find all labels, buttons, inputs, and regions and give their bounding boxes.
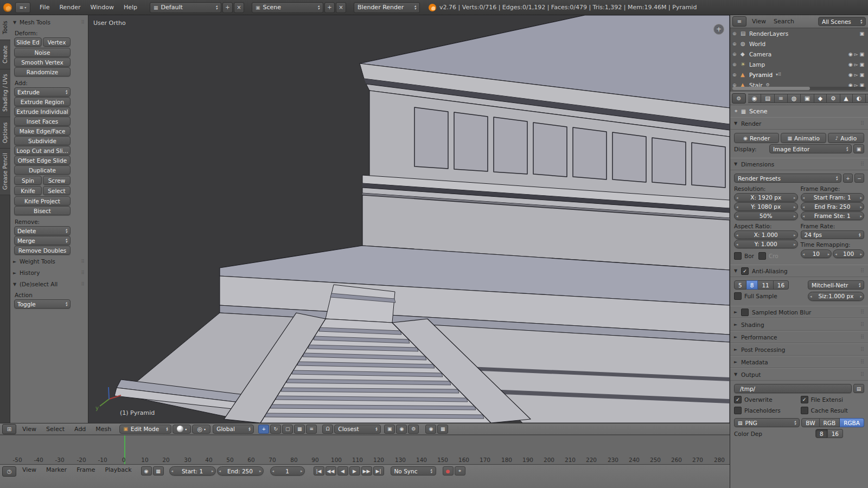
frame-end-field[interactable]: End: 250 (217, 466, 264, 476)
tab-modifiers[interactable]: ⚙ (827, 94, 840, 103)
preview-range-icon[interactable]: ◉ (141, 466, 152, 476)
file-extensions-toggle[interactable]: ✓File Extensi (801, 396, 865, 403)
outliner-item-lamp[interactable]: ⊕ ☀ Lamp ◉▻▣ (730, 59, 868, 69)
file-format-dropdown[interactable]: ▤ PNG▴▾ (734, 418, 800, 427)
sync-dropdown[interactable]: No Sync ▴▾ (391, 466, 436, 476)
pin-icon[interactable]: ⌖ (735, 108, 738, 114)
expand-icon[interactable]: ⊕ (732, 72, 741, 78)
panel-grip-icon[interactable]: ⠿ (860, 309, 864, 315)
aa-samples-5[interactable]: 5 (734, 280, 746, 290)
render-engine-dropdown[interactable]: Blender Render ▴▾ (354, 2, 420, 13)
panel-header-history[interactable]: ► History ▴▾ ⠿ (10, 267, 88, 278)
menu-frame[interactable]: Frame (72, 466, 100, 473)
aa-samples-16[interactable]: 16 (774, 280, 789, 290)
tool-extrude[interactable]: Extrude ▴▾ ⠿ (14, 87, 71, 97)
full-sample-toggle[interactable]: Full Sample (734, 292, 806, 300)
crop-toggle[interactable]: Cro (758, 252, 778, 260)
aa-filter-dropdown[interactable]: Mitchell-Netr▴▾ (808, 280, 864, 290)
outliner-item-camera[interactable]: ⊕ ◆ Camera ◉▻▣ (730, 49, 868, 59)
mode-dropdown[interactable]: ▣ Edit Mode ▴▾ (119, 425, 171, 434)
color-depth-16[interactable]: 16 (828, 429, 843, 438)
jump-to-start-button[interactable]: |◀ (314, 466, 324, 476)
aa-filter-size-field[interactable]: Siz:1.000 px (808, 292, 864, 301)
play-reverse-button[interactable]: ◀ (337, 466, 348, 476)
resolution-x-field[interactable]: X: 1920 px (734, 193, 798, 202)
play-button[interactable]: ▶ (349, 466, 360, 476)
tool-randomize[interactable]: Randomize ▴▾ ⠿ (14, 67, 71, 76)
aspect-y-field[interactable]: Y: 1.000 (734, 240, 798, 248)
placeholders-toggle[interactable]: Placeholders (734, 407, 798, 414)
expand-icon[interactable]: ⊕ (732, 62, 741, 67)
keying-set-icon[interactable]: ⌖ (455, 466, 465, 476)
tab-scene[interactable]: ≡ (775, 94, 788, 103)
tab-render[interactable]: ◉ (748, 94, 761, 103)
snap-options-icon[interactable]: ⚙ (408, 425, 419, 434)
frame-end-field[interactable]: End Fra: 250 (801, 202, 865, 211)
shelf-tab-shading-uvs[interactable]: Shading / UVs (0, 69, 10, 117)
menu-view[interactable]: View (17, 466, 41, 473)
menu-file[interactable]: File (35, 4, 54, 11)
tool-screw[interactable]: Screw ▴▾ ⠿ (43, 176, 71, 185)
panel-grip-icon[interactable]: ⠿ (860, 371, 864, 377)
panel-header-shading[interactable]: ► Shading ⠿ (730, 318, 868, 331)
viewport-shading-dropdown[interactable]: ▾ (173, 425, 191, 434)
aa-samples-11[interactable]: 11 (758, 280, 773, 290)
fps-dropdown[interactable]: 24 fps▴▾ (801, 230, 865, 239)
expand-icon[interactable]: ⊕ (732, 52, 741, 57)
record-button[interactable]: ● (443, 466, 454, 476)
visibility-select-render-icons[interactable]: ◉▻▣ (848, 72, 866, 78)
remap-old-field[interactable]: 10 (801, 249, 832, 258)
tool-knife-select[interactable]: Select ▴▾ ⠿ (43, 186, 71, 195)
outliner-item-pyramid[interactable]: ⊕ ▲ Pyramid ▾⠿ ◉▻▣ (730, 69, 868, 80)
anti-aliasing-checkbox[interactable]: ✓ (741, 267, 749, 275)
cache-result-toggle[interactable]: Cache Result (801, 407, 865, 414)
menu-playback[interactable]: Playback (100, 466, 136, 473)
panel-grip-icon[interactable]: ⠿ (81, 270, 85, 275)
delete-layout-button[interactable]: × (234, 2, 244, 13)
snap-target-icon[interactable]: ▣ (384, 425, 395, 434)
menu-render[interactable]: Render (54, 4, 85, 11)
panel-checkbox[interactable] (741, 309, 749, 316)
proportional-edit-icon[interactable]: ◉ (396, 425, 407, 434)
tool-knife[interactable]: Knife ▴▾ ⠿ (14, 186, 42, 195)
frame-step-field[interactable]: Frame Ste: 1 (801, 211, 865, 220)
jump-to-end-button[interactable]: ▶| (373, 466, 384, 476)
orientation-dropdown[interactable]: Global ▴▾ (213, 425, 254, 434)
manipulator-scale-icon[interactable]: ▢ (282, 425, 293, 434)
editor-type-button[interactable]: ≡▾ (15, 2, 30, 13)
visibility-select-render-icons[interactable]: ▣ (859, 31, 866, 36)
outliner-scrollbar[interactable] (732, 87, 866, 90)
tool-inset-faces[interactable]: Inset Faces ▴▾ ⠿ (14, 117, 71, 126)
tab-constraints[interactable]: ◆ (814, 94, 827, 103)
panel-grip-icon[interactable]: ⠿ (860, 334, 864, 340)
snap-magnet-icon[interactable]: Ω (322, 425, 333, 434)
menu-marker[interactable]: Marker (41, 466, 72, 473)
output-path-field[interactable]: /tmp/ (734, 384, 852, 393)
tool-duplicate[interactable]: Duplicate ▴▾ ⠿ (14, 165, 71, 175)
panel-header-metadata[interactable]: ► Metadata ⠿ (730, 356, 868, 368)
tool-spin[interactable]: Spin ▴▾ ⠿ (14, 176, 42, 185)
scene-dropdown[interactable]: ▣ Scene ▴▾ (252, 2, 323, 13)
manipulator-rotate-icon[interactable]: ↻ (270, 425, 281, 434)
prev-keyframe-button[interactable]: ◀◀ (326, 466, 336, 476)
region-toggle-button[interactable]: + (713, 24, 724, 35)
frame-lock-icon[interactable]: ▦ (153, 466, 164, 476)
frame-start-field[interactable]: Start: 1 (169, 466, 216, 476)
expand-icon[interactable]: ⊕ (732, 31, 741, 36)
aspect-x-field[interactable]: X: 1.000 (734, 230, 798, 239)
snap-element-dropdown[interactable]: Closest ▴▾ (334, 425, 381, 434)
shelf-tab-tools[interactable]: Tools (0, 15, 10, 40)
panel-header-sampled-motion-blur[interactable]: ► Sampled Motion Blur ⠿ (730, 306, 868, 318)
tool-offset-edge-slide[interactable]: Offset Edge Slide ▴▾ ⠿ (14, 156, 71, 165)
panel-grip-icon[interactable]: ⠿ (860, 120, 864, 126)
panel-grip-icon[interactable]: ⠿ (860, 359, 864, 365)
resolution-y-field[interactable]: Y: 1080 px (734, 202, 798, 211)
tool-extrude-region[interactable]: Extrude Region ▴▾ ⠿ (14, 97, 71, 106)
image-editor-icon[interactable]: ▣ (853, 144, 864, 153)
add-layout-button[interactable]: + (222, 2, 233, 13)
tool-slide-vertex[interactable]: Vertex ▴▾ ⠿ (43, 37, 71, 47)
add-scene-button[interactable]: + (324, 2, 335, 13)
tab-object[interactable]: ▣ (801, 94, 814, 103)
tool-merge[interactable]: Merge ▴▾ ⠿ (14, 236, 71, 245)
panel-header-output[interactable]: ▼ Output ⠿ (730, 368, 868, 381)
